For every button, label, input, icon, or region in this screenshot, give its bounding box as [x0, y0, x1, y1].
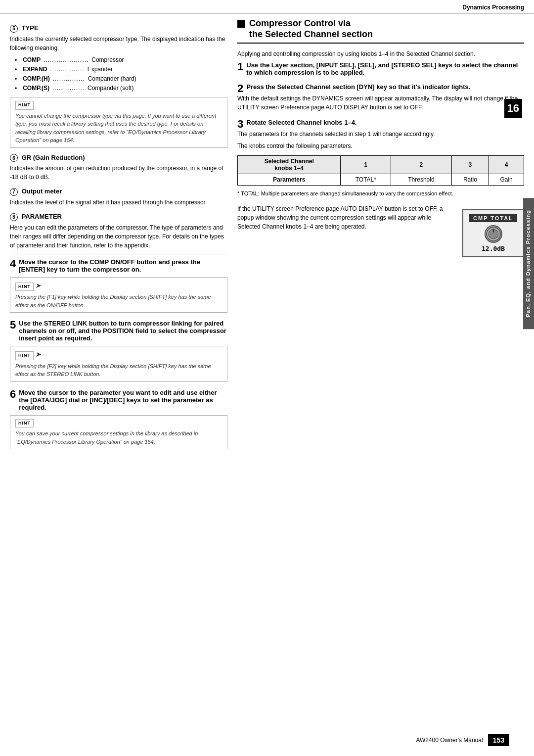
- param-section: 8 PARAMETER Here you can edit the parame…: [10, 213, 227, 250]
- main-content: 5 TYPE Indicates the currently selected …: [0, 13, 534, 486]
- type-circle-num: 5: [10, 25, 18, 33]
- step5-heading-row: 5 Use the STEREO LINK button to turn com…: [10, 320, 227, 342]
- output-section: 7 Output meter Indicates the level of th…: [10, 188, 227, 207]
- item-dots: ...............: [53, 74, 85, 84]
- gr-section: 6 GR (Gain Reduction) Indicates the amou…: [10, 154, 227, 182]
- chapter-number: 16: [504, 99, 522, 118]
- param-circle-num: 8: [10, 213, 18, 221]
- right-step2-row: 2 Press the Selected Channel section [DY…: [237, 83, 524, 91]
- table-header-col4: 4: [489, 156, 524, 174]
- list-item: COMP ..................... Compressor: [15, 55, 227, 65]
- step4-heading-row: 4 Move the cursor to the COMP ON/OFF but…: [10, 258, 227, 273]
- right-step3-block: 3 Rotate Selected Channel knobs 1–4. The…: [237, 119, 524, 196]
- hint-arrow-icon: ➤: [35, 281, 41, 291]
- item-value: Compander (soft): [88, 84, 134, 93]
- type-section: 5 TYPE Indicates the currently selected …: [10, 24, 227, 148]
- comp-title-text: Compressor Control via the Selected Chan…: [249, 18, 373, 40]
- type-hint-text: You cannot change the compressor type vi…: [15, 113, 216, 143]
- item-value: Expander: [88, 65, 113, 74]
- step4-hint-text: Pressing the [F1] key while holding the …: [15, 294, 211, 308]
- cmp-display-header: CMP TOTAL: [469, 214, 517, 222]
- step4-hint-box: HINT ➤ Pressing the [F1] key while holdi…: [10, 277, 227, 313]
- param-heading: 8 PARAMETER: [10, 213, 227, 221]
- step6-hint-text: You can save your current compressor set…: [15, 430, 198, 445]
- page-number: 153: [488, 734, 509, 746]
- black-square-icon: [237, 20, 245, 28]
- step6-heading: Move the cursor to the parameter you wan…: [19, 389, 227, 411]
- right-step1-row: 1 Use the Layer section, [INPUT SEL], [S…: [237, 61, 524, 76]
- right-step3-num: 3: [237, 119, 243, 130]
- right-step3-row: 3 Rotate Selected Channel knobs 1–4.: [237, 119, 524, 126]
- cmp-value: 12.0dB: [469, 245, 517, 252]
- item-value: Compander (hard): [88, 74, 136, 84]
- output-heading: 7 Output meter: [10, 188, 227, 196]
- item-dots: .....................: [44, 55, 89, 65]
- step6-hint-box: HINT You can save your current compresso…: [10, 415, 227, 450]
- right-step3-heading: Rotate Selected Channel knobs 1–4.: [246, 119, 524, 126]
- type-items-list: COMP ..................... Compressor EX…: [10, 55, 227, 94]
- right-step1-block: 1 Use the Layer section, [INPUT SEL], [S…: [237, 61, 524, 76]
- step6-heading-row: 6 Move the cursor to the parameter you w…: [10, 389, 227, 411]
- type-hint-box: HINT You cannot change the compressor ty…: [10, 97, 227, 148]
- step6-num: 6: [10, 389, 16, 400]
- hint-label: HINT: [15, 419, 34, 428]
- output-circle-num: 7: [10, 188, 18, 196]
- right-step2-num: 2: [237, 83, 243, 94]
- table-cell-threshold: Threshold: [391, 174, 451, 186]
- hint-label: HINT: [15, 283, 34, 291]
- gr-heading: 6 GR (Gain Reduction): [10, 154, 227, 162]
- table-header-col0: Selected Channelknobs 1–4: [238, 156, 341, 174]
- type-heading: 5 TYPE: [10, 24, 227, 33]
- right-column: Compressor Control via the Selected Chan…: [237, 18, 524, 456]
- item-label: COMP.(S): [23, 84, 49, 93]
- right-step1-num: 1: [237, 61, 243, 72]
- table-footnote: * TOTAL: Multiple parameters are changed…: [237, 190, 524, 196]
- item-label: COMP.(H): [23, 74, 49, 84]
- manual-name: AW2400 Owner's Manual: [416, 737, 483, 744]
- list-item: COMP.(S) ............... Compander (soft…: [15, 84, 227, 93]
- output-description: Indicates the level of the signal after …: [10, 198, 227, 207]
- step6-block: 6 Move the cursor to the parameter you w…: [10, 389, 227, 450]
- cmp-knob-icon: [485, 225, 502, 243]
- list-item: COMP.(H) ............... Compander (hard…: [15, 74, 227, 84]
- table-cell-gain: Gain: [489, 174, 524, 186]
- step5-num: 5: [10, 320, 16, 331]
- right-step2-block: 2 Press the Selected Channel section [DY…: [237, 83, 524, 112]
- item-label: COMP: [23, 55, 41, 65]
- output-heading-text: Output meter: [22, 188, 62, 195]
- page-footer: AW2400 Owner's Manual 153: [416, 734, 509, 746]
- table-cell-params-label: Parameters: [238, 174, 341, 186]
- right-step3-body1: The parameters for the channels selected…: [237, 130, 524, 139]
- list-item: EXPAND ................ Expander: [15, 65, 227, 74]
- divider: [10, 254, 227, 254]
- comp-title-line1: Compressor Control via: [249, 18, 373, 29]
- item-value: Compressor: [91, 55, 124, 65]
- right-step3-body2: The knobs control the following paramete…: [237, 142, 524, 150]
- step4-num: 4: [10, 258, 16, 269]
- type-heading-text: TYPE: [22, 24, 39, 32]
- left-column: 5 TYPE Indicates the currently selected …: [10, 18, 227, 456]
- gr-description: Indicates the amount of gain reduction p…: [10, 164, 227, 182]
- param-table: Selected Channelknobs 1–4 1 2 3 4 Parame…: [237, 155, 524, 186]
- step4-block: 4 Move the cursor to the COMP ON/OFF but…: [10, 258, 227, 313]
- side-tab-label: Pan, EQ, and Dynamics Processing: [525, 210, 531, 317]
- popup-section: If the UTILITY screen Preference page AU…: [237, 204, 524, 257]
- type-description: Indicates the currently selected compres…: [10, 35, 227, 52]
- popup-text: If the UTILITY screen Preference page AU…: [237, 204, 454, 231]
- header-title: Dynamics Processing: [462, 4, 524, 11]
- param-description: Here you can edit the parameters of the …: [10, 223, 227, 250]
- step4-heading: Move the cursor to the COMP ON/OFF butto…: [19, 258, 227, 273]
- hint-label: HINT: [15, 101, 34, 110]
- item-label: EXPAND: [23, 65, 47, 74]
- hint-label: HINT: [15, 351, 34, 360]
- right-step2-heading: Press the Selected Channel section [DYN]…: [246, 83, 524, 91]
- popup-description-row: If the UTILITY screen Preference page AU…: [237, 204, 524, 257]
- comp-intro: Applying and controlling compression by …: [237, 49, 524, 58]
- right-step2-body: With the default settings the DYNAMICS s…: [237, 94, 524, 112]
- table-cell-total: TOTAL*: [341, 174, 391, 186]
- param-heading-text: PARAMETER: [22, 213, 62, 220]
- step5-hint-box: HINT ➤ Pressing the [F2] key while holdi…: [10, 346, 227, 382]
- table-header-col2: 2: [391, 156, 451, 174]
- comp-title-line2: the Selected Channel section: [249, 29, 373, 40]
- step5-hint-text: Pressing the [F2] key while holding the …: [15, 363, 211, 378]
